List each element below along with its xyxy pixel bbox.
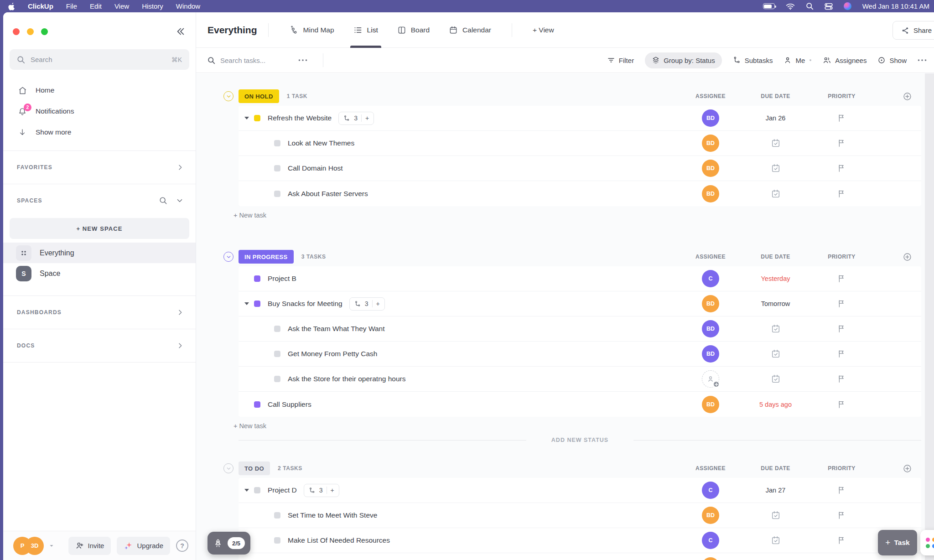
sidebar-item-notifications[interactable]: 2 Notifications [3,101,196,122]
due-date[interactable]: Tomorrow [761,300,790,307]
menu-edit[interactable]: Edit [90,2,102,10]
chevron-down-icon[interactable] [176,197,184,205]
task-status-icon[interactable] [274,326,280,332]
add-column-icon[interactable] [875,252,921,262]
priority-flag-icon[interactable] [837,299,846,308]
subtask-count-pill[interactable]: 3 + [338,112,374,125]
set-due-date-icon[interactable] [771,349,781,359]
assignee-avatar[interactable]: BD [702,396,719,413]
user-avatar[interactable]: 3D [26,537,44,555]
due-date[interactable]: 5 days ago [759,401,792,408]
assignee-avatar[interactable]: BD [702,109,719,127]
sidebar-space-everything[interactable]: Everything [3,243,196,263]
tab-calendar[interactable]: Calendar [439,12,501,48]
sidebar-section-dashboards[interactable]: DASHBOARDS [3,296,196,329]
task-name[interactable]: Set Time to Meet With Steve [288,511,377,519]
menu-app-name[interactable]: ClickUp [28,2,53,10]
assignee-avatar[interactable]: BD [702,557,719,560]
task-status-icon[interactable] [254,401,260,408]
assign-user-button[interactable] [702,370,719,388]
help-button[interactable]: ? [176,539,188,552]
expand-arrow-icon[interactable] [244,302,249,305]
share-button[interactable]: Share [892,21,934,40]
add-subtask-icon[interactable]: + [331,487,334,494]
collapse-group-icon[interactable] [223,463,234,473]
tab-list[interactable]: List [344,12,388,48]
zoom-window-button[interactable] [41,28,48,35]
priority-flag-icon[interactable] [837,536,846,545]
more-options-icon[interactable] [918,59,927,62]
sidebar-space-space[interactable]: S Space [3,263,196,284]
add-column-icon[interactable] [875,92,921,101]
task-name[interactable]: Project B [268,275,296,283]
task-status-icon[interactable] [274,376,280,382]
chevron-down-icon[interactable] [48,543,55,549]
spotlight-search-icon[interactable] [806,2,814,10]
task-name[interactable]: Project D [268,486,297,494]
add-view-button[interactable]: + View [523,12,564,48]
menu-history[interactable]: History [142,2,163,10]
subtask-count-pill[interactable]: 3 + [304,484,339,497]
me-filter-button[interactable]: Me [784,56,805,64]
assignee-avatar[interactable]: C [702,482,719,499]
assignee-avatar[interactable]: C [702,270,719,287]
search-tasks-input[interactable]: Search tasks... [208,57,265,64]
assignee-avatar[interactable]: BD [702,320,719,337]
priority-flag-icon[interactable] [837,374,846,384]
due-date[interactable]: Jan 26 [766,114,786,122]
priority-flag-icon[interactable] [837,486,846,495]
sidebar-section-docs[interactable]: DOCS [3,329,196,362]
priority-flag-icon[interactable] [837,114,846,123]
due-date[interactable]: Yesterday [761,275,790,282]
sidebar-item-home[interactable]: Home [3,80,196,101]
assignee-avatar[interactable]: C [702,532,719,549]
new-space-button[interactable]: + NEW SPACE [10,218,189,239]
menu-view[interactable]: View [114,2,129,10]
task-name[interactable]: Ask About Faster Servers [288,190,368,198]
menu-bar-clock[interactable]: Wed Jan 18 10:41 AM [862,2,929,10]
tab-board[interactable]: Board [388,12,439,48]
task-status-icon[interactable] [274,512,280,519]
scrollbar[interactable] [925,73,934,560]
task-status-icon[interactable] [274,191,280,197]
subtask-count-pill[interactable]: 3 + [349,297,385,311]
task-status-icon[interactable] [254,275,260,282]
task-name[interactable]: Get Money From Petty Cash [288,350,377,358]
task-name[interactable]: Ask the Team What They Want [288,325,385,333]
task-status-icon[interactable] [274,351,280,357]
priority-flag-icon[interactable] [837,189,846,198]
add-subtask-icon[interactable]: + [376,300,380,307]
show-button[interactable]: Show [877,56,907,64]
assignee-avatar[interactable]: BD [702,185,719,202]
subtasks-button[interactable]: Subtasks [733,56,773,64]
search-options-icon[interactable] [298,59,307,62]
menu-window[interactable]: Window [176,2,200,10]
priority-flag-icon[interactable] [837,164,846,173]
add-subtask-icon[interactable]: + [365,114,369,122]
collapse-sidebar-icon[interactable] [176,27,186,36]
task-name[interactable]: Call Suppliers [268,400,311,409]
wifi-icon[interactable] [786,3,795,10]
sidebar-search[interactable]: Search ⌘K [10,49,189,70]
status-badge[interactable]: IN PROGRESS [239,250,294,264]
control-center-icon[interactable] [825,3,833,10]
set-due-date-icon[interactable] [771,189,781,199]
menu-file[interactable]: File [66,2,77,10]
priority-flag-icon[interactable] [837,274,846,283]
invite-button[interactable]: Invite [68,537,111,555]
assignee-avatar[interactable]: BD [702,160,719,177]
priority-flag-icon[interactable] [837,400,846,409]
due-date[interactable]: Jan 27 [766,487,786,494]
siri-icon[interactable] [844,2,851,10]
expand-arrow-icon[interactable] [244,117,249,119]
task-name[interactable]: Make List Of Needed Resources [288,536,390,544]
clickup-app-launcher[interactable] [920,530,934,555]
add-new-status-label[interactable]: ADD NEW STATUS [526,437,633,443]
assignee-avatar[interactable]: BD [702,295,719,312]
tab-mind-map[interactable]: Mind Map [280,12,344,48]
status-badge[interactable]: ON HOLD [239,89,279,103]
new-task-button[interactable]: + New task [234,206,921,224]
set-due-date-icon[interactable] [771,163,781,173]
filter-button[interactable]: Filter [607,56,634,64]
task-status-icon[interactable] [274,165,280,171]
